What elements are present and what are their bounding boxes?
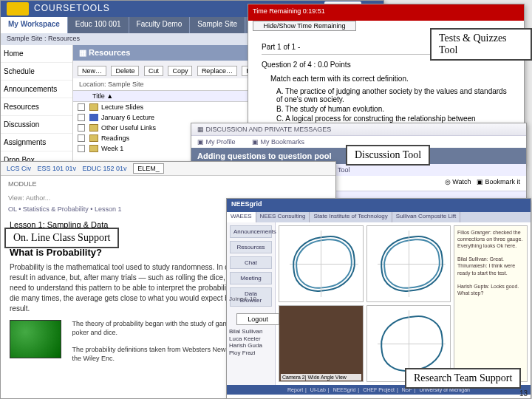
doc-icon [89, 114, 98, 121]
option-b[interactable]: B. The study of human evolution. [276, 105, 511, 113]
course-tab[interactable]: ESS 101 01v [38, 165, 77, 172]
sidebar-item-resources[interactable]: Resources [230, 241, 272, 253]
question-header: Question 2 of 4 : 0.0 Points [262, 61, 511, 69]
callout-online-support: On. Line Class Support [4, 228, 119, 248]
footer-link[interactable]: UI-Lab [310, 387, 326, 392]
replace-button[interactable]: Replace… [197, 66, 237, 76]
hysteresis-plot-2 [366, 225, 451, 302]
presence-user: Bilal Sullivan [229, 328, 287, 335]
footer-link[interactable]: Report [287, 387, 303, 392]
neesgrid-logo: NEESgrid [231, 200, 262, 208]
sidebar-item-discussion[interactable]: Discussion [1, 116, 72, 134]
chat-line: Thirumalesh: I think were ready to start… [457, 262, 524, 276]
cut-button[interactable]: Cut [144, 66, 163, 76]
copy-button[interactable]: Copy [168, 66, 192, 76]
callout-discussion: Discussion Tool [346, 145, 430, 166]
option-c[interactable]: C. A logical process for constructing th… [276, 115, 511, 123]
chat-line: Bilal Sullivan: Great. [457, 256, 524, 262]
tab-educ100[interactable]: Educ 100 001 [68, 17, 129, 33]
um-logo [7, 2, 29, 16]
checkbox[interactable] [78, 114, 85, 121]
new-button[interactable]: New… [78, 66, 106, 76]
camera-label: Camera 2| Wide Angle View [281, 374, 361, 381]
checkbox[interactable] [78, 145, 85, 152]
checkbox[interactable] [78, 103, 85, 111]
my-bookmarks-link[interactable]: ▣ My Bookmarks [252, 138, 312, 146]
tab-sample-site[interactable]: Sample Site [190, 17, 245, 33]
checkbox[interactable] [78, 124, 85, 132]
bookmark-link[interactable]: ▣ Bookmark it [477, 178, 520, 185]
research-header: NEESgrid [227, 199, 531, 212]
hide-timer-button[interactable]: Hide/Show Time Remaining [253, 21, 356, 31]
discussion-header-strip: ▦ DISCUSSION AND PRIVATE MESSAGES [191, 123, 526, 136]
sidebar-item-announcements[interactable]: Announcements [1, 81, 72, 98]
watch-link[interactable]: ◎ Watch [445, 178, 471, 185]
joined-count: Joined: 10 [229, 296, 256, 302]
callout-research-support: Research Team Support [405, 368, 521, 389]
chat-log: Filios Granger: checked the connections … [454, 225, 528, 382]
sidebar-item-assignments[interactable]: Assignments [1, 134, 72, 151]
camera-feed: Camera 2| Wide Angle View [279, 305, 364, 382]
folder-icon [89, 134, 98, 142]
sidebar-item-meeting[interactable]: Meeting [230, 272, 272, 284]
module-label: MODULE [1, 176, 335, 192]
hysteresis-plot-1 [279, 225, 364, 302]
research-sidebar: Announcements Resources Chat Meeting Dat… [227, 222, 276, 385]
folder-icon [89, 145, 98, 152]
page-number: 13 [519, 389, 528, 398]
footer-link[interactable]: NEESgrid [333, 387, 356, 392]
tab-faculty-demo[interactable]: Faculty Demo [129, 17, 191, 33]
chat-line: Everything looks Ok here. [457, 242, 524, 249]
presence-user: Harish Guda [229, 342, 287, 349]
course-tab-active[interactable]: ELEM_ [133, 163, 164, 174]
option-a[interactable]: A. The practice of judging another socie… [276, 87, 511, 103]
sidebar-item-chat[interactable]: Chat [230, 256, 272, 269]
research-tab[interactable]: NEES Consulting [256, 212, 310, 222]
sidebar-item-schedule[interactable]: Schedule [1, 63, 72, 81]
presence-list: Bilal Sullivan Luca Keeler Harish Guda P… [229, 328, 287, 356]
delete-button[interactable]: Delete [111, 66, 139, 76]
folder-icon: ▦ [79, 48, 89, 57]
course-tab[interactable]: LCS Civ [7, 165, 31, 172]
quiz-timer-bar: Time Remaining 0:19:51 [248, 4, 524, 21]
research-tab[interactable]: State Institute of Technology [310, 212, 392, 222]
course-tab[interactable]: EDUC 152 01v [83, 165, 127, 172]
research-logout-button[interactable]: Logout [236, 313, 279, 325]
question-stem: Match each term with its correct definit… [270, 75, 511, 83]
my-profile-link[interactable]: ▣ My Profile [197, 138, 243, 146]
tab-my-workspace[interactable]: My Workspace [1, 17, 68, 33]
research-tab[interactable]: Sullivan Composite Lift [392, 212, 460, 222]
time-remaining: Time Remaining 0:19:51 [253, 7, 325, 15]
presence-user: Luca Keeler [229, 335, 287, 343]
brand-label: COURSETOOLS [34, 3, 110, 13]
folder-icon [89, 103, 98, 111]
research-tab[interactable]: WAEES [227, 212, 256, 222]
folder-icon [89, 124, 98, 132]
sidebar-item-announcements[interactable]: Announcements [230, 225, 272, 238]
sidebar-item-home[interactable]: Home [1, 45, 72, 63]
callout-tests-quizzes: Tests & Quizzes Tool [430, 28, 532, 61]
checkbox[interactable] [78, 134, 85, 142]
research-tabs: WAEES NEES Consulting State Institute of… [227, 212, 531, 222]
chat-line: Filios Granger: checked the connections … [457, 229, 524, 242]
presence-user: Ploy Frazi [229, 349, 287, 357]
sidebar-item-resources[interactable]: Resources [1, 98, 72, 116]
course-tabs: LCS Civ ESS 101 01v EDUC 152 01v ELEM_ [1, 162, 335, 176]
data-grid: Filios Granger: checked the connections … [276, 222, 531, 385]
footer-link[interactable]: CHEF Project [363, 387, 395, 392]
chat-line: Harish Gupta: Looks good. What step? [457, 283, 524, 296]
pool-table-image [10, 320, 61, 358]
